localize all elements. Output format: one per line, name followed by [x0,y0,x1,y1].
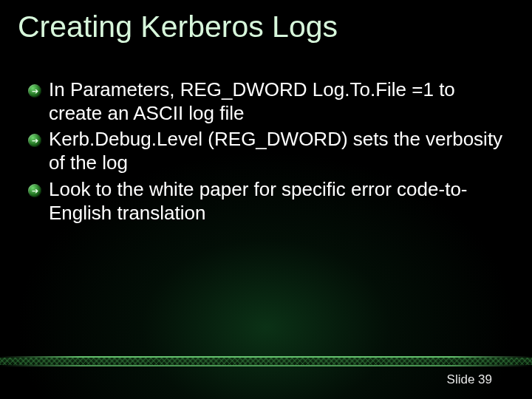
footer-divider [0,356,532,366]
bullet-arrow-icon: ➔ [28,184,41,197]
bullet-arrow-icon: ➔ [28,84,41,98]
bullet-text: Kerb.Debug.Level (REG_DWORD) sets the ve… [49,128,511,174]
slide-body: ➔ In Parameters, REG_DWORD Log.To.File =… [28,78,511,228]
bullet-item: ➔ In Parameters, REG_DWORD Log.To.File =… [28,78,511,125]
slide-number: Slide 39 [447,372,492,387]
bullet-text: In Parameters, REG_DWORD Log.To.File =1 … [49,78,511,125]
slide-title: Creating Kerberos Logs [18,10,514,44]
bullet-text: Look to the white paper for specific err… [49,178,511,225]
bullet-item: ➔ Look to the white paper for specific e… [28,178,511,225]
slide: Creating Kerberos Logs ➔ In Parameters, … [0,0,532,399]
bullet-item: ➔ Kerb.Debug.Level (REG_DWORD) sets the … [28,128,511,174]
bullet-arrow-icon: ➔ [28,134,41,147]
